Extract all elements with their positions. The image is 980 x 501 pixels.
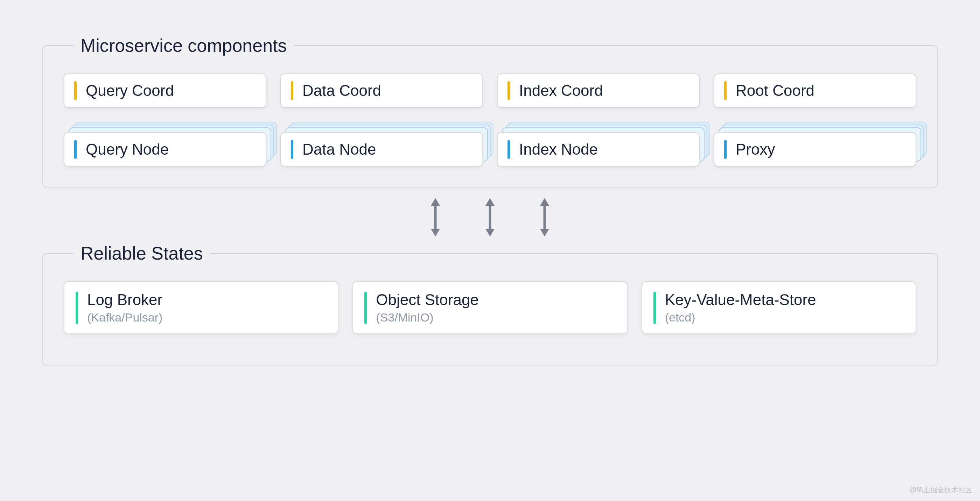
proxy-stack: Proxy [714,132,916,167]
log-broker-label: Log Broker [87,291,162,309]
accent-bar [654,292,656,324]
data-coord-card: Data Coord [280,73,483,108]
arrow-icon [427,198,444,237]
kv-meta-store-card: Key-Value-Meta-Store (etcd) [641,281,916,334]
arrow-icon [536,198,553,237]
arrow-icon [482,198,498,237]
svg-marker-2 [431,229,440,237]
data-coord-label: Data Coord [302,82,381,99]
index-node-card: Index Node [497,132,700,167]
root-coord-label: Root Coord [736,82,815,99]
index-coord-label: Index Coord [519,82,603,99]
states-row: Log Broker (Kafka/Pulsar) Object Storage… [64,281,916,334]
accent-bar [291,81,293,100]
query-node-card: Query Node [64,132,266,167]
accent-bar [508,140,510,159]
kv-meta-store-sublabel: (etcd) [665,311,816,324]
data-node-stack: Data Node [280,132,483,167]
query-coord-label: Query Coord [86,82,174,99]
accent-bar [508,81,510,100]
microservice-title: Microservice components [73,35,294,56]
svg-marker-5 [485,229,495,237]
watermark-text: @稀土掘金技术社区 [909,485,972,495]
query-node-label: Query Node [86,141,169,158]
coord-row: Query Coord Data Coord Index Coord Root … [64,73,916,108]
index-node-stack: Index Node [497,132,700,167]
data-node-card: Data Node [280,132,483,167]
accent-bar [724,140,727,159]
log-broker-sublabel: (Kafka/Pulsar) [87,311,162,324]
object-storage-card: Object Storage (S3/MinIO) [352,281,627,334]
bidirectional-arrows [42,188,938,243]
index-coord-card: Index Coord [497,73,700,108]
accent-bar [74,81,76,100]
reliable-states-title: Reliable States [73,243,210,264]
svg-marker-8 [540,229,549,237]
accent-bar [364,292,367,324]
accent-bar [724,81,727,100]
index-node-label: Index Node [519,141,598,158]
node-row: Query Node Data Node Index Node Proxy [64,132,916,167]
object-storage-label: Object Storage [376,291,479,309]
accent-bar [76,292,78,324]
microservice-section: Microservice components Query Coord Data… [42,35,938,188]
proxy-label: Proxy [736,141,775,158]
kv-meta-store-label: Key-Value-Meta-Store [665,291,816,309]
query-coord-card: Query Coord [64,73,266,108]
log-broker-card: Log Broker (Kafka/Pulsar) [64,281,339,334]
root-coord-card: Root Coord [714,73,916,108]
accent-bar [291,140,293,159]
proxy-card: Proxy [714,132,916,167]
query-node-stack: Query Node [64,132,266,167]
object-storage-sublabel: (S3/MinIO) [376,311,479,324]
accent-bar [74,140,76,159]
data-node-label: Data Node [302,141,376,158]
reliable-states-section: Reliable States Log Broker (Kafka/Pulsar… [42,243,938,366]
